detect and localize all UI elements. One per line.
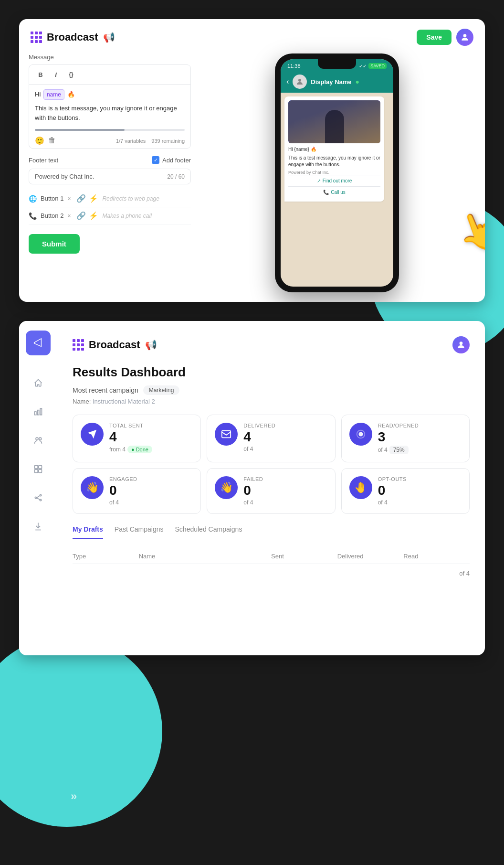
wa-header: ‹ Display Name ●: [281, 71, 393, 93]
name-variable-tag: name: [43, 89, 64, 100]
svg-rect-2: [34, 412, 36, 415]
dot: [81, 343, 84, 346]
footer-counter: 20 / 60: [167, 173, 185, 180]
dot: [39, 36, 42, 39]
footer-checkbox[interactable]: ✓: [152, 156, 159, 164]
link-icon-2[interactable]: 🔗: [76, 211, 86, 220]
globe-icon: 🌐: [29, 195, 37, 203]
top-card-body: Message B I {} Hi name 🔥 This is a test …: [29, 53, 475, 292]
saved-label: SAVED: [368, 63, 387, 69]
read-sub: of 4 75%: [378, 446, 462, 454]
failed-sub: of 4: [243, 499, 327, 506]
done-badge: ● Done: [127, 446, 152, 453]
bold-button[interactable]: B: [35, 69, 46, 80]
bottom-avatar: [452, 336, 470, 353]
dot: [77, 339, 80, 342]
button-2-close[interactable]: ×: [67, 213, 71, 219]
campaign-name-row: Name: Instructional Material 2: [73, 398, 470, 405]
page-info: of 4: [73, 570, 470, 577]
contact-name: Display Name: [311, 78, 351, 85]
total-sent-value: 4: [109, 430, 193, 444]
sidebar-item-templates[interactable]: [26, 457, 51, 481]
col-read: Read: [403, 553, 470, 560]
add-footer-toggle[interactable]: ✓ Add footer: [152, 156, 191, 164]
editor-content[interactable]: Hi name 🔥 This is a test message, you ma…: [29, 85, 190, 127]
sidebar-item-contacts[interactable]: [26, 428, 51, 453]
bottom-card-header: Broadcast 📢: [73, 336, 470, 353]
submit-button[interactable]: Submit: [29, 234, 80, 254]
dot: [39, 32, 42, 34]
read-info: READ/OPENED 3 of 4 75%: [378, 423, 462, 454]
dot: [73, 339, 75, 342]
tab-my-drafts[interactable]: My Drafts: [73, 525, 103, 539]
lightning-icon[interactable]: ⚡: [89, 194, 98, 203]
emoji-icon[interactable]: 🙂: [35, 136, 44, 145]
phone-screen: 11:38 ✓✓ SAVED ‹: [281, 59, 393, 287]
failed-value: 0: [243, 484, 327, 497]
sidebar-item-analytics[interactable]: [26, 399, 51, 424]
button-2-placeholder[interactable]: Makes a phone call: [102, 213, 191, 219]
svg-rect-9: [34, 470, 38, 473]
button-1-actions: 🔗 ⚡: [76, 194, 98, 203]
dot: [77, 343, 80, 346]
engaged-sub: of 4: [109, 499, 193, 506]
code-button[interactable]: {}: [65, 69, 77, 80]
footer-input-text[interactable]: Powered by Chat Inc.: [35, 173, 94, 180]
remaining-count: 939 remaining: [151, 138, 185, 144]
col-type: Type: [73, 553, 139, 560]
bottom-broadcast-icon: 📢: [145, 339, 157, 351]
dot: [81, 339, 84, 342]
expand-arrows[interactable]: »: [71, 790, 77, 803]
total-sent-icon: [81, 423, 104, 446]
wa-body: This is a test message, you may ignore i…: [288, 155, 380, 168]
svg-line-15: [36, 498, 40, 500]
tab-past-campaigns[interactable]: Past Campaigns: [115, 525, 164, 539]
optouts-value: 0: [378, 484, 462, 497]
button-1-placeholder[interactable]: Redirects to web page: [102, 195, 191, 202]
phone-mockup: 11:38 ✓✓ SAVED ‹: [275, 53, 399, 292]
dot: [31, 36, 33, 39]
optouts-sub: of 4: [378, 499, 462, 506]
dot: [73, 343, 75, 346]
button-row-2: 📞 Button 2 × 🔗 ⚡ Makes a phone call: [29, 207, 191, 224]
delivered-info: DELIVERED 4 of 4: [243, 423, 327, 452]
header-left: Broadcast 📢: [31, 31, 115, 43]
delete-icon[interactable]: 🗑: [48, 136, 56, 145]
tab-scheduled-campaigns[interactable]: Scheduled Campaigns: [175, 525, 242, 539]
editor-scrollbar[interactable]: [35, 129, 185, 131]
tabs-row: My Drafts Past Campaigns Scheduled Campa…: [73, 525, 470, 539]
pct-badge: 75%: [389, 446, 409, 454]
svg-point-6: [39, 438, 41, 440]
right-panel: 11:38 ✓✓ SAVED ‹: [199, 53, 475, 292]
chat-area: Hi {name} 🔥 This is a test message, you …: [281, 93, 393, 287]
button-1-close[interactable]: ×: [67, 195, 71, 202]
sidebar-item-downloads[interactable]: [26, 514, 51, 539]
lightning-icon-2[interactable]: ⚡: [89, 211, 98, 220]
name-label: Name:: [73, 398, 91, 405]
scrollbar-thumb: [35, 129, 125, 131]
wa-btn-1[interactable]: ↗ Find out more: [288, 175, 380, 186]
optouts-icon: 🤚: [349, 476, 372, 499]
link-icon[interactable]: 🔗: [76, 194, 86, 203]
sidebar-item-home[interactable]: [26, 371, 51, 395]
save-button[interactable]: Save: [417, 30, 452, 45]
italic-button[interactable]: I: [50, 69, 62, 80]
campaign-row: Most recent campaign Marketing: [73, 385, 470, 395]
footer-input-row: Powered by Chat Inc. 20 / 60: [29, 169, 191, 184]
top-card: Broadcast 📢 Save Message B I {}: [19, 19, 485, 302]
svg-rect-17: [222, 431, 231, 438]
main-content: Broadcast 📢 Results Dashboard Most recen…: [57, 321, 485, 655]
engaged-icon: 👋: [81, 476, 104, 499]
sidebar-item-broadcast[interactable]: [26, 331, 51, 355]
editor-footer-right: 1/7 variables 939 remaining: [116, 138, 185, 144]
teal-circle-bottom: [0, 636, 162, 827]
avatar: [456, 29, 473, 46]
failed-label: FAILED: [243, 476, 327, 482]
variables-count: 1/7 variables: [116, 138, 146, 144]
total-sent-info: TOTAL SENT 4 from 4 ● Done: [109, 423, 193, 453]
back-icon[interactable]: ‹: [286, 77, 289, 86]
sidebar-item-integrations[interactable]: [26, 485, 51, 510]
button-2-actions: 🔗 ⚡: [76, 211, 98, 220]
total-sent-label: TOTAL SENT: [109, 423, 193, 428]
wa-btn-2[interactable]: 📞 Call us: [288, 186, 380, 198]
